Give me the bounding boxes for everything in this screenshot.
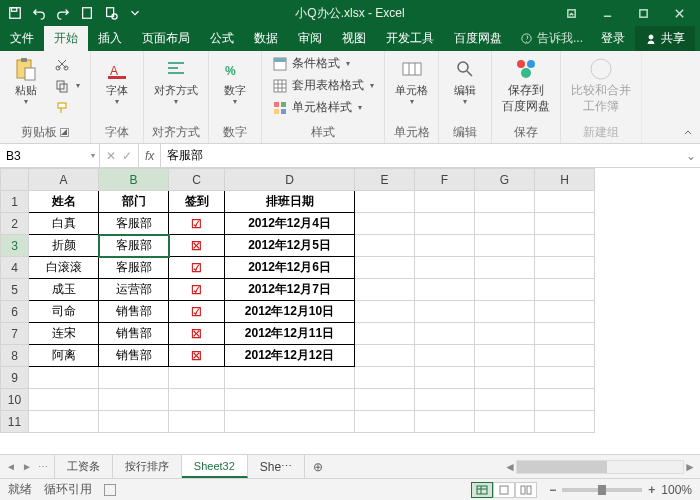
sheet-tab-3[interactable]: Sheet32 [182,455,248,478]
cell[interactable]: 白真 [29,213,99,235]
format-painter-button[interactable] [50,97,84,118]
cell[interactable]: 签到 [169,191,225,213]
zoom-slider[interactable] [562,488,642,492]
new-sheet-button[interactable]: ⊕ [305,455,331,478]
cell[interactable] [225,411,355,433]
cell[interactable] [535,213,595,235]
tab-layout[interactable]: 页面布局 [132,26,200,51]
baidu-save-button[interactable]: 保存到百度网盘 [498,53,554,116]
cell[interactable] [355,257,415,279]
cell[interactable]: ☑ [169,213,225,235]
cell[interactable]: 阿离 [29,345,99,367]
close-button[interactable] [662,2,696,24]
ribbon-options-icon[interactable] [554,2,588,24]
cell[interactable] [475,257,535,279]
cell[interactable]: 2012年12月10日 [225,301,355,323]
row-header[interactable]: 7 [1,323,29,345]
cell[interactable] [99,367,169,389]
cell[interactable] [29,367,99,389]
row-header[interactable]: 8 [1,345,29,367]
cell[interactable] [475,345,535,367]
cell[interactable] [169,411,225,433]
cell[interactable] [535,191,595,213]
col-header[interactable]: G [475,169,535,191]
cell[interactable] [475,323,535,345]
cell[interactable] [355,191,415,213]
number-button[interactable]: %数字▾ [215,53,255,108]
col-header[interactable]: A [29,169,99,191]
cell[interactable] [355,411,415,433]
row-header[interactable]: 9 [1,367,29,389]
view-page-break-button[interactable] [515,482,537,498]
cell[interactable] [169,389,225,411]
share-button[interactable]: 共享 [635,26,695,51]
cell[interactable] [535,257,595,279]
tab-developer[interactable]: 开发工具 [376,26,444,51]
print-preview-icon[interactable] [100,2,122,24]
row-header[interactable]: 4 [1,257,29,279]
cell[interactable] [29,411,99,433]
formula-input[interactable] [167,149,676,163]
cell[interactable] [535,235,595,257]
grid-table[interactable]: ABCDEFGH1姓名部门签到排班日期2白真客服部☑2012年12月4日3折颜客… [0,168,595,433]
enter-formula-icon[interactable]: ✓ [122,149,132,163]
cut-button[interactable] [50,53,84,74]
tab-insert[interactable]: 插入 [88,26,132,51]
zoom-out-button[interactable]: − [549,483,556,497]
cell[interactable] [225,367,355,389]
cell[interactable] [29,389,99,411]
cell[interactable]: 客服部 [99,235,169,257]
cell[interactable]: ☑ [169,257,225,279]
cell[interactable]: 客服部 [99,257,169,279]
cell[interactable] [355,367,415,389]
fx-icon[interactable]: fx [139,144,161,167]
cell[interactable] [355,301,415,323]
cell[interactable] [415,191,475,213]
cell[interactable] [535,411,595,433]
cell[interactable]: 2012年12月11日 [225,323,355,345]
tab-file[interactable]: 文件 [0,26,44,51]
tell-me[interactable]: 告诉我... [512,26,591,51]
cell[interactable]: 2012年12月12日 [225,345,355,367]
cell[interactable] [415,411,475,433]
editing-button[interactable]: 编辑▾ [445,53,485,108]
cell[interactable] [475,213,535,235]
cell[interactable]: 排班日期 [225,191,355,213]
sheet-tab-2[interactable]: 按行排序 [113,455,182,478]
col-header[interactable]: D [225,169,355,191]
cell[interactable]: ☒ [169,235,225,257]
tab-baidu[interactable]: 百度网盘 [444,26,512,51]
col-header[interactable]: E [355,169,415,191]
cell[interactable]: 销售部 [99,345,169,367]
cell[interactable]: 部门 [99,191,169,213]
row-header[interactable]: 3 [1,235,29,257]
expand-formula-icon[interactable]: ⌄ [682,144,700,167]
zoom-level[interactable]: 100% [661,483,692,497]
cell[interactable] [535,389,595,411]
table-format-button[interactable]: 套用表格格式▾ [268,75,378,96]
cell[interactable] [169,367,225,389]
row-header[interactable]: 1 [1,191,29,213]
tab-view[interactable]: 视图 [332,26,376,51]
cell[interactable] [355,323,415,345]
new-icon[interactable] [76,2,98,24]
minimize-button[interactable] [590,2,624,24]
sheet-nav-more-icon[interactable]: ⋯ [36,461,50,472]
cell[interactable] [355,389,415,411]
tab-formula[interactable]: 公式 [200,26,244,51]
qat-more-icon[interactable] [124,2,146,24]
cell[interactable]: ☒ [169,323,225,345]
sheet-nav-next-icon[interactable]: ► [20,461,34,472]
sheet-nav-prev-icon[interactable]: ◄ [4,461,18,472]
cell[interactable]: 白滚滚 [29,257,99,279]
col-header[interactable]: H [535,169,595,191]
view-page-layout-button[interactable] [493,482,515,498]
copy-button[interactable]: ▾ [50,75,84,96]
cell-styles-button[interactable]: 单元格样式▾ [268,97,378,118]
cell[interactable] [475,279,535,301]
tab-data[interactable]: 数据 [244,26,288,51]
cell[interactable] [535,345,595,367]
col-header[interactable]: C [169,169,225,191]
macro-record-icon[interactable] [104,484,116,496]
sheet-tab-1[interactable]: 工资条 [55,455,113,478]
